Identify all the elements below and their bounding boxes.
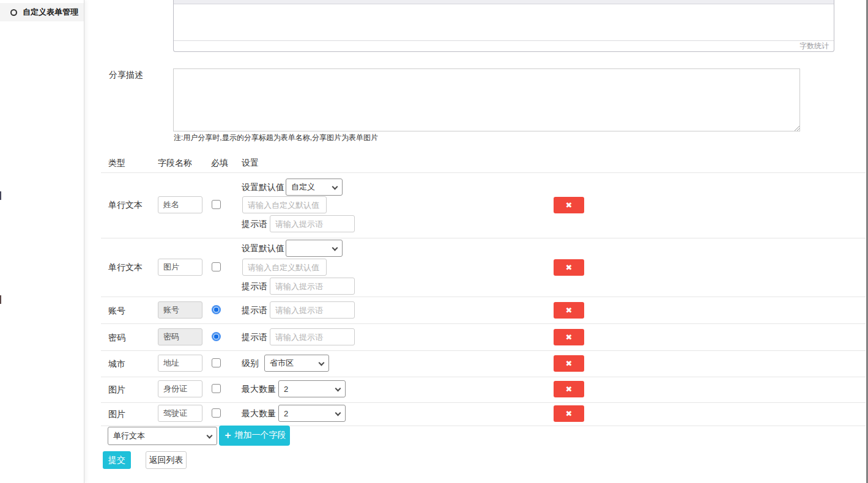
editor-toolbar bbox=[174, 0, 834, 4]
field-row: 设置默认值 单行文本 提示语 ✖ bbox=[101, 238, 866, 297]
field-name-input[interactable] bbox=[158, 380, 202, 397]
required-radio-checked[interactable] bbox=[212, 332, 221, 341]
share-description-textarea[interactable] bbox=[173, 68, 800, 131]
share-description-label: 分享描述 bbox=[109, 70, 143, 81]
field-name-input[interactable] bbox=[158, 405, 202, 422]
delete-field-button[interactable]: ✖ bbox=[554, 259, 584, 276]
level-label: 级别 bbox=[242, 355, 259, 372]
required-radio-checked[interactable] bbox=[212, 305, 221, 314]
sidebar: 自定义表单管理 bbox=[0, 0, 84, 483]
add-field-button-label: 增加一个字段 bbox=[235, 430, 286, 440]
hint-input[interactable] bbox=[270, 328, 355, 345]
field-table-header: 类型 字段名称 必填 设置 bbox=[101, 154, 866, 173]
field-row: 图片 最大数量 2 ✖ bbox=[101, 403, 866, 426]
required-checkbox[interactable] bbox=[212, 200, 221, 209]
field-type-label: 账号 bbox=[108, 302, 125, 319]
field-name-input-disabled bbox=[158, 301, 202, 319]
sidebar-item-label: 自定义表单管理 bbox=[23, 7, 78, 18]
hint-label: 提示语 bbox=[242, 215, 267, 232]
rich-text-editor: 字数统计 bbox=[173, 0, 834, 52]
select-value: 2 bbox=[284, 409, 288, 418]
back-to-list-button[interactable]: 返回列表 bbox=[146, 451, 187, 469]
max-count-select[interactable]: 2 bbox=[278, 405, 346, 422]
chevron-down-icon bbox=[332, 184, 338, 190]
custom-default-input[interactable] bbox=[242, 259, 327, 276]
delete-field-button[interactable]: ✖ bbox=[554, 405, 584, 422]
select-value: 单行文本 bbox=[113, 430, 145, 441]
required-checkbox[interactable] bbox=[212, 384, 221, 393]
select-value: 省市区 bbox=[270, 358, 294, 369]
required-checkbox[interactable] bbox=[212, 358, 221, 367]
field-name-input-disabled bbox=[158, 328, 202, 345]
hint-input[interactable] bbox=[270, 301, 355, 319]
share-description-note: 注:用户分享时,显示的分享标题为表单名称,分享图片为表单图片 bbox=[174, 133, 378, 143]
delete-field-button[interactable]: ✖ bbox=[554, 381, 584, 397]
close-icon: ✖ bbox=[566, 385, 573, 394]
hint-input[interactable] bbox=[270, 215, 355, 232]
header-field-name: 字段名称 bbox=[158, 158, 192, 169]
delete-field-button[interactable]: ✖ bbox=[554, 329, 584, 345]
circle-icon bbox=[10, 9, 17, 16]
default-value-label: 设置默认值 bbox=[242, 179, 284, 196]
chevron-down-icon bbox=[319, 360, 325, 366]
field-type-label: 图片 bbox=[108, 405, 125, 422]
header-required: 必填 bbox=[211, 158, 228, 169]
delete-field-button[interactable]: ✖ bbox=[554, 302, 584, 319]
close-icon: ✖ bbox=[566, 409, 573, 418]
field-type-label: 单行文本 bbox=[108, 196, 143, 213]
close-icon: ✖ bbox=[566, 263, 573, 272]
add-field-button[interactable]: ＋增加一个字段 bbox=[219, 426, 290, 446]
chevron-down-icon bbox=[335, 386, 341, 392]
default-value-select[interactable] bbox=[286, 240, 343, 257]
chevron-down-icon bbox=[207, 433, 213, 439]
default-value-select[interactable]: 自定义 bbox=[286, 179, 343, 196]
field-table: 类型 字段名称 必填 设置 设置默认值 自定义 单行文本 提示语 ✖ 设置默认值… bbox=[101, 154, 866, 426]
word-count-label: 字数统计 bbox=[799, 41, 829, 51]
select-value: 自定义 bbox=[291, 182, 315, 193]
field-row: 图片 最大数量 2 ✖ bbox=[101, 377, 866, 403]
required-checkbox[interactable] bbox=[212, 262, 221, 271]
hint-label: 提示语 bbox=[242, 328, 267, 345]
field-row: 密码 提示语 ✖ bbox=[101, 324, 866, 351]
editor-footer: 字数统计 bbox=[174, 40, 834, 51]
custom-default-input[interactable] bbox=[242, 196, 327, 213]
chevron-down-icon bbox=[332, 245, 338, 251]
rich-text-editor-body[interactable] bbox=[174, 4, 834, 40]
default-value-label: 设置默认值 bbox=[242, 240, 284, 257]
delete-field-button[interactable]: ✖ bbox=[554, 197, 584, 213]
delete-field-button[interactable]: ✖ bbox=[554, 355, 584, 372]
header-type: 类型 bbox=[108, 158, 125, 169]
select-value: 2 bbox=[284, 385, 288, 394]
field-name-input[interactable] bbox=[158, 196, 202, 213]
submit-button[interactable]: 提交 bbox=[103, 451, 131, 469]
max-count-label: 最大数量 bbox=[242, 380, 276, 397]
field-row: 城市 级别 省市区 ✖ bbox=[101, 351, 866, 377]
field-row: 账号 提示语 ✖ bbox=[101, 297, 866, 324]
hint-label: 提示语 bbox=[242, 301, 267, 319]
field-name-input[interactable] bbox=[158, 355, 202, 372]
close-icon: ✖ bbox=[566, 333, 573, 342]
field-type-label: 图片 bbox=[108, 381, 125, 398]
max-count-label: 最大数量 bbox=[242, 405, 276, 422]
field-type-label: 密码 bbox=[108, 329, 125, 346]
close-icon: ✖ bbox=[566, 201, 573, 210]
level-select[interactable]: 省市区 bbox=[264, 355, 329, 372]
sidebar-item-custom-form-management[interactable]: 自定义表单管理 bbox=[0, 3, 84, 21]
field-row: 设置默认值 自定义 单行文本 提示语 ✖ bbox=[101, 173, 866, 238]
required-checkbox[interactable] bbox=[212, 408, 221, 418]
hint-label: 提示语 bbox=[242, 278, 267, 295]
field-type-label: 城市 bbox=[108, 355, 125, 372]
header-settings: 设置 bbox=[242, 158, 259, 169]
plus-icon: ＋ bbox=[223, 430, 233, 440]
new-field-type-select[interactable]: 单行文本 bbox=[108, 427, 217, 445]
close-icon: ✖ bbox=[566, 359, 573, 368]
field-type-label: 单行文本 bbox=[108, 259, 143, 276]
field-name-input[interactable] bbox=[158, 259, 202, 276]
close-icon: ✖ bbox=[566, 306, 573, 315]
screen-edge-artifact bbox=[0, 295, 1, 304]
screen-edge-artifact bbox=[0, 191, 1, 200]
max-count-select[interactable]: 2 bbox=[278, 380, 346, 397]
chevron-down-icon bbox=[335, 410, 341, 416]
hint-input[interactable] bbox=[270, 278, 355, 295]
